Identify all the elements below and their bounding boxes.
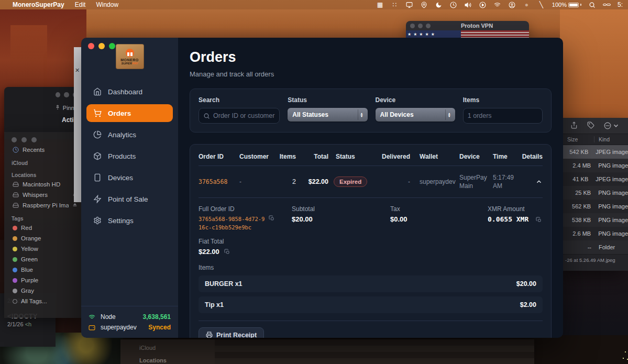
close-window-button[interactable]: [88, 43, 94, 49]
sidebar-item-orders[interactable]: Orders: [86, 104, 173, 122]
wifi-icon[interactable]: [493, 1, 501, 8]
print-receipt-button[interactable]: Print Receipt: [199, 327, 264, 338]
tag-green[interactable]: Green: [4, 254, 82, 264]
sidebar-item-dashboard[interactable]: Dashboard: [86, 83, 173, 101]
backslash-icon[interactable]: ╲: [537, 1, 545, 8]
device-select[interactable]: All Devices ▲▼: [376, 108, 455, 122]
icloud-section-header: iCloud: [4, 155, 82, 167]
tag-orange[interactable]: Orange: [4, 233, 82, 244]
column-header-kind[interactable]: Kind: [594, 136, 610, 142]
file-row[interactable]: 2.4 MBPNG image: [563, 159, 628, 172]
clock-icon[interactable]: [449, 1, 457, 8]
node-wifi-icon: [89, 314, 96, 321]
status-label: Status: [288, 96, 367, 104]
finder-file-list-window[interactable]: Size Kind 542 KBJPEG image 2.4 MBPNG ima…: [563, 118, 628, 271]
sidebar-item-point-of-sale[interactable]: Point of Sale: [86, 190, 173, 208]
node-block-height: 3,638,561: [143, 313, 171, 321]
battery-percent: 100%: [552, 2, 567, 8]
file-row[interactable]: 538 KBPNG image: [563, 213, 628, 227]
select-stepper-icon: ▲▼: [445, 109, 453, 120]
drive-icon: [13, 202, 19, 208]
tag-yellow[interactable]: Yellow: [4, 244, 82, 254]
sidebar-item-recents[interactable]: Recents: [4, 145, 82, 155]
file-row[interactable]: 41 KBJPEG image: [563, 172, 628, 186]
sidebar-item-analytics[interactable]: Analytics: [86, 126, 173, 144]
order-id-link[interactable]: 3765a568: [199, 178, 239, 185]
search-input[interactable]: [213, 112, 275, 119]
order-row[interactable]: 3765a568 - 2 $22.00 Expired - superpayde…: [199, 166, 543, 197]
display-icon[interactable]: [405, 1, 413, 8]
sidebar-item-products[interactable]: Products: [86, 147, 173, 165]
user-icon[interactable]: [508, 1, 516, 8]
finder-sidebar-window[interactable]: Recents iCloud Locations Macintosh HD Wh…: [4, 132, 82, 318]
tag-purple[interactable]: Purple: [4, 275, 82, 285]
tag-gray[interactable]: Gray: [4, 285, 82, 296]
package-icon: [93, 152, 102, 160]
zap-icon: [93, 195, 102, 203]
green-tag-icon: [13, 257, 17, 262]
wallet-name: superpaydev: [101, 324, 137, 331]
play-icon[interactable]: [479, 1, 487, 8]
focus-moon-icon[interactable]: [435, 1, 443, 8]
tag-red[interactable]: Red: [4, 223, 82, 233]
locations-label: Locations: [139, 357, 215, 363]
pie-chart-icon: [93, 130, 102, 139]
keyboard-grid-icon[interactable]: ▦: [376, 1, 384, 8]
column-header-size[interactable]: Size: [563, 136, 594, 142]
spotlight-icon[interactable]: [588, 1, 596, 8]
xmr-amount-value: 0.0655 XMR: [488, 215, 543, 223]
file-row[interactable]: --Folder: [563, 240, 628, 254]
minimize-window-button[interactable]: [98, 43, 105, 49]
dots-grid-icon[interactable]: ∷: [391, 1, 399, 8]
window-controls[interactable]: [88, 43, 115, 49]
volume-icon[interactable]: [464, 1, 472, 8]
finder-traffic-lights: [4, 132, 82, 145]
share-icon[interactable]: [570, 122, 578, 130]
menu-time[interactable]: 5:: [618, 1, 623, 8]
zoom-window-button[interactable]: [109, 43, 115, 49]
sidebar-item-devices[interactable]: Devices: [86, 169, 173, 186]
battery-indicator[interactable]: 100%: [552, 2, 581, 8]
file-row[interactable]: 25 KBPNG image: [563, 186, 628, 200]
search-icon: [203, 113, 210, 119]
status-select[interactable]: All Statuses ▲▼: [288, 108, 367, 122]
file-row[interactable]: 562 KBPNG image: [563, 200, 628, 213]
vpn-window-title: Proton VPN: [461, 23, 493, 29]
more-options-icon[interactable]: [604, 122, 620, 129]
table-header-row: Order ID Customer Items Total Status Del…: [199, 147, 543, 166]
select-stepper-icon: ▲▼: [358, 109, 366, 120]
collapse-details-button[interactable]: [520, 178, 543, 185]
sidebar-item-macintosh-hd[interactable]: Macintosh HD: [4, 179, 82, 190]
sidebar-item-settings[interactable]: Settings: [86, 212, 173, 229]
tag-icon[interactable]: [587, 122, 594, 130]
menu-edit[interactable]: Edit: [75, 1, 86, 8]
menu-window[interactable]: Window: [96, 1, 118, 8]
pinned-panel-window[interactable]: Pinne Actio: [4, 87, 78, 139]
copy-icon[interactable]: [224, 249, 230, 255]
background-finder-window[interactable]: iCloud Locations: [120, 339, 534, 364]
pin-icon: [55, 105, 60, 111]
sidebar-item-raspberry-pi-imager[interactable]: Raspberry Pi Imager...: [4, 200, 82, 211]
menu-app-name[interactable]: MoneroSuperPay: [13, 1, 64, 8]
record-icon[interactable]: ●: [523, 1, 531, 8]
control-center-icon[interactable]: [603, 1, 611, 8]
close-icon[interactable]: ✕: [75, 67, 80, 74]
clipboard-entry[interactable]: 2/1/26 <h: [7, 321, 56, 327]
all-tags-item[interactable]: All Tags...: [4, 296, 82, 306]
orders-page: Orders Manage and track all orders Searc…: [178, 38, 563, 338]
search-input-wrap: [199, 108, 280, 124]
proton-vpn-window[interactable]: Proton VPN ★★★★★: [406, 21, 529, 38]
printer-icon: [206, 332, 213, 338]
action-label: Actio: [4, 111, 78, 124]
file-row[interactable]: 2.6 MBPNG image: [563, 227, 628, 240]
wallet-icon: [89, 324, 96, 331]
finder-status-bar: -26 at 5.26.49 AM.jpeg: [563, 254, 628, 266]
copy-icon[interactable]: [269, 215, 275, 222]
copy-icon[interactable]: [536, 217, 542, 223]
location-icon[interactable]: [420, 1, 428, 8]
sidebar-item-whispers[interactable]: Whispers: [4, 190, 82, 200]
red-tag-icon: [13, 226, 17, 230]
tag-blue[interactable]: Blue: [4, 264, 82, 275]
file-row[interactable]: 542 KBJPEG image: [563, 145, 628, 159]
eject-icon[interactable]: [72, 202, 78, 208]
